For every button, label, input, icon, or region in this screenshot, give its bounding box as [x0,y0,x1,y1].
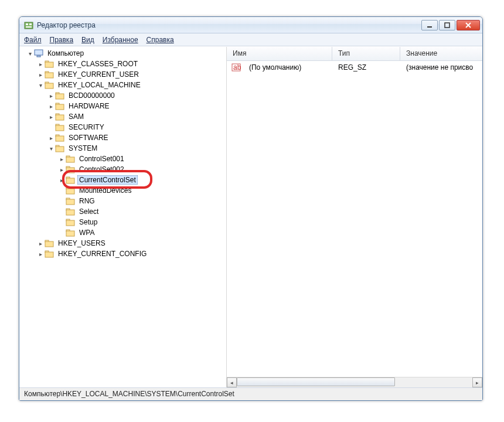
column-type[interactable]: Тип [332,47,400,60]
svg-rect-47 [45,252,53,257]
computer-icon [34,49,43,58]
scroll-thumb[interactable] [237,377,395,386]
svg-rect-21 [56,115,64,120]
menu-file[interactable]: Файл [24,36,42,44]
tree-node-select[interactable]: ▸Select [58,206,226,217]
svg-rect-27 [56,147,64,152]
titlebar[interactable]: Редактор реестра [19,17,482,33]
tree-label: CurrentControlSet [77,175,138,185]
svg-rect-45 [45,241,53,247]
folder-icon [45,80,54,90]
maximize-button[interactable] [439,20,455,30]
expand-icon[interactable]: ▸ [47,134,55,141]
tree-node-computer[interactable]: ▾ Компьютер [26,48,226,59]
tree-node-system[interactable]: ▾SYSTEM [47,143,226,154]
expand-icon[interactable]: ▸ [37,250,44,257]
menubar: Файл Правка Вид Избранное Справка [19,33,482,46]
folder-icon [66,154,75,164]
scroll-track[interactable] [237,377,472,387]
folder-icon [55,91,64,100]
menu-help[interactable]: Справка [147,36,174,44]
tree-node-currentcontrolset[interactable]: ▸CurrentControlSet [58,175,226,185]
tree-node-hklm[interactable]: ▾ HKEY_LOCAL_MACHINE [37,80,226,90]
tree-label: HARDWARE [67,101,111,111]
tree-node-bcd[interactable]: ▸BCD00000000 [47,90,226,101]
tree-node-mounteddevices[interactable]: ▸MountedDevices [58,185,226,196]
svg-rect-3 [26,26,32,28]
svg-rect-15 [45,83,53,89]
list-body[interactable]: ab (По умолчанию) REG_SZ (значение не пр… [227,61,482,377]
horizontal-scrollbar[interactable]: ◂ ▸ [227,377,482,387]
cell-type: REG_SZ [332,63,400,72]
scroll-right-icon[interactable]: ▸ [472,377,482,387]
tree-node-hkcr[interactable]: ▸ HKEY_CLASSES_ROOT [37,59,226,69]
expand-icon[interactable]: ▸ [47,103,55,110]
tree-label: ControlSet002 [77,165,126,174]
folder-icon [45,239,54,248]
expand-icon[interactable]: ▸ [37,240,44,247]
svg-rect-35 [66,189,74,194]
tree-node-hkcu[interactable]: ▸ HKEY_CURRENT_USER [37,69,226,80]
folder-icon [55,101,64,111]
menu-favorites[interactable]: Избранное [103,36,138,44]
expand-icon[interactable]: ▸ [47,92,55,99]
window-title: Редактор реестра [37,21,421,29]
tree-node-controlset001[interactable]: ▸ControlSet001 [58,154,226,164]
cell-name: (По умолчанию) [243,63,332,72]
tree-label: HKEY_CURRENT_CONFIG [56,249,148,258]
collapse-icon[interactable]: ▾ [37,81,44,89]
svg-rect-13 [45,73,53,78]
tree-label: HKEY_LOCAL_MACHINE [56,80,142,90]
tree-node-hkcc[interactable]: ▸HKEY_CURRENT_CONFIG [37,249,226,259]
svg-rect-41 [66,220,74,226]
tree-node-setup[interactable]: ▸Setup [58,217,226,227]
tree-node-controlset002[interactable]: ▸ControlSet002 [58,164,226,175]
tree-label: BCD00000000 [67,91,117,100]
expand-icon[interactable]: ▸ [58,176,65,183]
tree-label: Setup [77,217,99,227]
tree-node-wpa[interactable]: ▸WPA [58,227,226,238]
tree-label: SYSTEM [67,144,99,153]
expand-icon[interactable]: ▸ [37,71,44,78]
folder-icon [55,133,64,142]
expand-icon[interactable]: ▸ [37,60,44,67]
string-value-icon: ab [231,63,241,72]
tree-node-hardware[interactable]: ▸HARDWARE [47,101,226,111]
tree-label: SAM [67,112,86,121]
tree-node-sam[interactable]: ▸SAM [47,111,226,122]
tree-label: RNG [77,196,97,206]
expand-icon[interactable]: ▸ [58,166,65,173]
folder-icon [45,70,54,79]
tree-node-software[interactable]: ▸SOFTWARE [47,132,226,143]
expand-icon[interactable]: ▸ [58,155,65,162]
minimize-button[interactable] [421,20,438,30]
tree-node-rng[interactable]: ▸RNG [58,196,226,206]
tree-label: SECURITY [67,122,106,132]
column-value[interactable]: Значение [400,47,482,60]
svg-rect-9 [37,56,40,57]
menu-edit[interactable]: Правка [50,36,74,44]
folder-icon [55,112,64,121]
tree-label: MountedDevices [77,186,133,195]
folder-icon [45,249,54,258]
collapse-icon[interactable]: ▾ [26,50,33,57]
column-name[interactable]: Имя [227,47,332,60]
svg-rect-23 [56,125,64,131]
tree-pane[interactable]: ▾ Компьютер ▸ HKEY_CLASSES_ROOT [19,47,227,387]
svg-rect-8 [35,50,43,55]
collapse-icon[interactable]: ▾ [47,145,55,152]
close-button[interactable] [457,20,480,30]
registry-editor-window: Редактор реестра Файл Правка Вид Избранн… [19,16,483,401]
tree-node-hku[interactable]: ▸HKEY_USERS [37,238,226,249]
scroll-left-icon[interactable]: ◂ [227,377,237,387]
list-row-default[interactable]: ab (По умолчанию) REG_SZ (значение не пр… [227,61,482,74]
expand-icon[interactable]: ▸ [47,113,55,120]
statusbar: Компьютер\HKEY_LOCAL_MACHINE\SYSTEM\Curr… [19,387,482,400]
menu-view[interactable]: Вид [81,36,94,44]
svg-rect-25 [56,136,64,141]
svg-rect-17 [56,94,64,99]
svg-rect-11 [45,62,53,67]
tree-label: SOFTWARE [67,133,110,142]
tree-node-security[interactable]: ▸SECURITY [47,122,226,132]
svg-rect-31 [66,168,74,173]
